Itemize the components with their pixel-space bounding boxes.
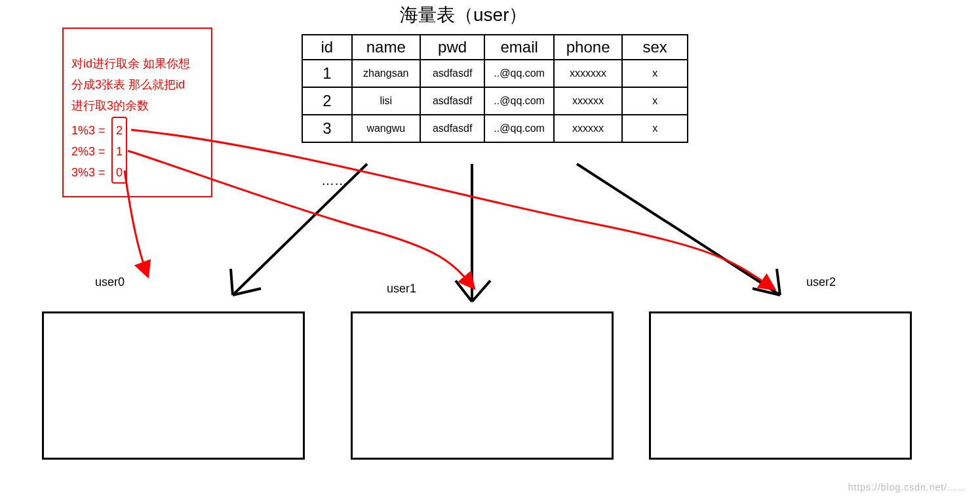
modulo-calc-1-left: 1%3 = (71, 121, 106, 141)
col-name: name (352, 35, 420, 60)
cell-id: 1 (302, 60, 352, 87)
col-pwd: pwd (420, 35, 485, 60)
arrow-red-2-to-user2 (131, 130, 774, 289)
modulo-result-highlight (111, 117, 127, 184)
svg-line-6 (577, 164, 780, 295)
label-user1: user1 (387, 282, 416, 296)
col-id: id (302, 35, 352, 60)
diagram-title: 海量表（user） (400, 3, 527, 28)
subtable-user2 (649, 311, 912, 460)
modulo-text-line2: 分成3张表 那么就把id (71, 75, 185, 95)
table-row: 2 lisi asdfasdf ..@qq.com xxxxxx x (302, 87, 688, 115)
cell-email: ..@qq.com (484, 87, 554, 115)
cell-pwd: asdfasdf (420, 115, 485, 142)
cell-sex: x (622, 87, 688, 115)
table-row: 3 wangwu asdfasdf ..@qq.com xxxxxx x (302, 115, 688, 142)
cell-pwd: asdfasdf (420, 87, 485, 115)
cell-email: ..@qq.com (484, 115, 554, 142)
cell-name: zhangsan (352, 60, 420, 87)
cell-phone: xxxxxx (554, 115, 622, 142)
modulo-calc-3-left: 3%3 = (71, 163, 106, 183)
table-row: 1 zhangsan asdfasdf ..@qq.com xxxxxxx x (302, 60, 688, 87)
cell-phone: xxxxxx (554, 87, 622, 115)
cell-phone: xxxxxxx (554, 60, 622, 87)
svg-line-5 (472, 281, 490, 302)
arrow-black-to-user1 (456, 164, 490, 302)
label-user2: user2 (806, 275, 836, 289)
subtable-user0 (42, 311, 305, 460)
svg-line-2 (233, 289, 261, 295)
cell-name: wangwu (352, 115, 420, 142)
modulo-box: 对id进行取余 如果你想 分成3张表 那么就把id 进行取3的余数 1%3 = … (62, 28, 212, 197)
svg-line-7 (753, 289, 780, 295)
col-sex: sex (622, 35, 688, 60)
col-phone: phone (554, 35, 622, 60)
cell-sex: x (622, 60, 688, 87)
svg-line-8 (777, 269, 780, 295)
modulo-text-line3: 进行取3的余数 (71, 96, 149, 116)
cell-name: lisi (352, 87, 420, 115)
watermark: https://blog.csdn.net/…… (848, 482, 967, 492)
cell-sex: x (622, 115, 688, 142)
arrow-black-to-user2 (577, 164, 780, 295)
ellipsis: …… (321, 173, 347, 188)
cell-id: 2 (302, 87, 352, 115)
modulo-text-line1: 对id进行取余 如果你想 (71, 54, 190, 74)
user-table: id name pwd email phone sex 1 zhangsan a… (302, 34, 688, 143)
modulo-calc-2-left: 2%3 = (71, 142, 106, 162)
cell-id: 3 (302, 115, 352, 142)
col-email: email (484, 35, 554, 60)
table-header-row: id name pwd email phone sex (302, 35, 688, 60)
cell-email: ..@qq.com (484, 60, 554, 87)
label-user0: user0 (95, 275, 125, 289)
svg-line-1 (231, 269, 233, 295)
subtable-user1 (351, 311, 614, 460)
svg-line-4 (456, 281, 472, 302)
cell-pwd: asdfasdf (420, 60, 485, 87)
